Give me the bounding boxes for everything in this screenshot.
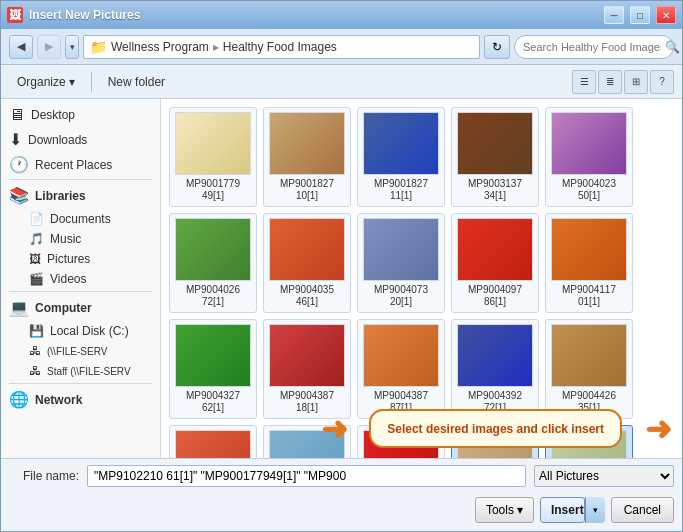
buttons-row: Tools ▾ Insert ▾ Cancel — [1, 493, 682, 531]
refresh-button[interactable]: ↻ — [484, 35, 510, 59]
sidebar-group-libraries[interactable]: 📚 Libraries — [1, 182, 160, 209]
address-bar: ◀ ▶ ▾ 📁 Wellness Program ▸ Healthy Food … — [1, 29, 682, 65]
insert-button[interactable]: Insert — [540, 497, 585, 523]
thumb-image-7 — [269, 218, 345, 281]
thumb-image-8 — [363, 218, 439, 281]
new-folder-button[interactable]: New folder — [100, 70, 173, 94]
file-item-3[interactable]: MP900182711[1] — [357, 107, 445, 207]
downloads-icon: ⬇ — [9, 130, 22, 149]
file-item-14[interactable]: MP900439272[1] — [451, 319, 539, 419]
sidebar-divider-3 — [9, 383, 152, 384]
file-item-4[interactable]: MP900313734[1] — [451, 107, 539, 207]
file-grid: MP900177949[1] MP900182710[1] MP90018271… — [161, 99, 682, 458]
search-icon: 🔍 — [665, 40, 680, 54]
file-item-1[interactable]: MP900177949[1] — [169, 107, 257, 207]
close-button[interactable]: ✕ — [656, 6, 676, 24]
file-item-11[interactable]: MP900432762[1] — [169, 319, 257, 419]
file-item-12[interactable]: MP900438718[1] — [263, 319, 351, 419]
file-item-8[interactable]: MP900407320[1] — [357, 213, 445, 313]
thumb-image-3 — [363, 112, 439, 175]
thumb-image-5 — [551, 112, 627, 175]
sidebar-item-downloads[interactable]: ⬇ Downloads — [1, 127, 160, 152]
recent-icon: 🕐 — [9, 155, 29, 174]
sidebar-divider-2 — [9, 291, 152, 292]
sidebar-item-videos[interactable]: 🎬 Videos — [1, 269, 160, 289]
localdisk-icon: 💾 — [29, 324, 44, 338]
file-item-6[interactable]: MP900402672[1] — [169, 213, 257, 313]
videos-icon: 🎬 — [29, 272, 44, 286]
help-button[interactable]: ? — [650, 70, 674, 94]
thumb-image-4 — [457, 112, 533, 175]
thumb-image-18 — [363, 430, 439, 458]
file-item-9[interactable]: MP900409786[1] — [451, 213, 539, 313]
filename-input[interactable] — [87, 465, 526, 487]
sidebar-item-documents[interactable]: 📄 Documents — [1, 209, 160, 229]
view-grid-button[interactable]: ⊞ — [624, 70, 648, 94]
thumb-image-10 — [551, 218, 627, 281]
file-item-17[interactable]: MP900446488[1] — [263, 425, 351, 458]
thumb-image-14 — [457, 324, 533, 387]
view-list-button[interactable]: ☰ — [572, 70, 596, 94]
thumb-image-9 — [457, 218, 533, 281]
filename-row: File name: All Pictures — [1, 459, 682, 493]
tools-button[interactable]: Tools ▾ — [475, 497, 534, 523]
network-icon: 🌐 — [9, 390, 29, 409]
sidebar-item-fileserv2[interactable]: 🖧 Staff (\\FILE-SERV — [1, 361, 160, 381]
documents-icon: 📄 — [29, 212, 44, 226]
computer-icon: 💻 — [9, 298, 29, 317]
address-path[interactable]: 📁 Wellness Program ▸ Healthy Food Images — [83, 35, 480, 59]
file-item-16[interactable]: MP900444372[1] — [169, 425, 257, 458]
file-item-2[interactable]: MP900182710[1] — [263, 107, 351, 207]
main-window: 🖼 Insert New Pictures ─ □ ✕ ◀ ▶ ▾ 📁 Well… — [0, 0, 683, 532]
breadcrumb-sep1: ▸ — [213, 40, 219, 54]
toolbar-separator — [91, 72, 92, 92]
thumb-image-6 — [175, 218, 251, 281]
libraries-icon: 📚 — [9, 186, 29, 205]
nav-dropdown[interactable]: ▾ — [65, 35, 79, 59]
sidebar-item-fileserv1[interactable]: 🖧 (\\FILE-SERV — [1, 341, 160, 361]
insert-dropdown-button[interactable]: ▾ — [585, 497, 605, 523]
organize-button[interactable]: Organize ▾ — [9, 70, 83, 94]
desktop-icon: 🖥 — [9, 106, 25, 124]
sidebar-item-recent[interactable]: 🕐 Recent Places — [1, 152, 160, 177]
file-item-15[interactable]: MP900442635[1] — [545, 319, 633, 419]
search-input[interactable] — [523, 41, 661, 53]
thumb-image-16 — [175, 430, 251, 458]
thumb-image-15 — [551, 324, 627, 387]
window-icon: 🖼 — [7, 7, 23, 23]
music-icon: 🎵 — [29, 232, 44, 246]
sidebar-item-local-disk[interactable]: 💾 Local Disk (C:) — [1, 321, 160, 341]
maximize-button[interactable]: □ — [630, 6, 650, 24]
filetype-select[interactable]: All Pictures — [534, 465, 674, 487]
network-drive-icon-1: 🖧 — [29, 344, 41, 358]
bottom-area: File name: All Pictures Tools ▾ Insert ▾… — [1, 458, 682, 531]
sidebar-group-computer[interactable]: 💻 Computer — [1, 294, 160, 321]
sidebar: 🖥 Desktop ⬇ Downloads 🕐 Recent Places 📚 … — [1, 99, 161, 458]
file-area-wrapper: MP900177949[1] MP900182710[1] MP90018271… — [161, 99, 682, 458]
file-item-19[interactable]: MP910220937[1] — [451, 425, 539, 458]
sidebar-item-music[interactable]: 🎵 Music — [1, 229, 160, 249]
sidebar-item-pictures[interactable]: 🖼 Pictures — [1, 249, 160, 269]
view-icons: ☰ ≣ ⊞ ? — [572, 70, 674, 94]
file-item-7[interactable]: MP900403546[1] — [263, 213, 351, 313]
view-details-button[interactable]: ≣ — [598, 70, 622, 94]
forward-button[interactable]: ▶ — [37, 35, 61, 59]
file-item-13[interactable]: MP900438787[1] — [357, 319, 445, 419]
thumb-image-19 — [457, 430, 533, 458]
minimize-button[interactable]: ─ — [604, 6, 624, 24]
sidebar-group-network[interactable]: 🌐 Network — [1, 386, 160, 413]
thumb-image-12 — [269, 324, 345, 387]
file-item-10[interactable]: MP900411701[1] — [545, 213, 633, 313]
window-title: Insert New Pictures — [29, 8, 598, 22]
file-item-18[interactable]: MP910218733[1] — [357, 425, 445, 458]
file-item-20[interactable]: MP910221061[1] — [545, 425, 633, 458]
title-bar: 🖼 Insert New Pictures ─ □ ✕ — [1, 1, 682, 29]
folder-icon: 📁 — [90, 39, 107, 55]
cancel-button[interactable]: Cancel — [611, 497, 674, 523]
sidebar-divider-1 — [9, 179, 152, 180]
sidebar-item-desktop[interactable]: 🖥 Desktop — [1, 103, 160, 127]
insert-button-group: Insert ▾ — [540, 497, 605, 523]
back-button[interactable]: ◀ — [9, 35, 33, 59]
file-item-5[interactable]: MP900402350[1] — [545, 107, 633, 207]
search-box[interactable]: 🔍 — [514, 35, 674, 59]
